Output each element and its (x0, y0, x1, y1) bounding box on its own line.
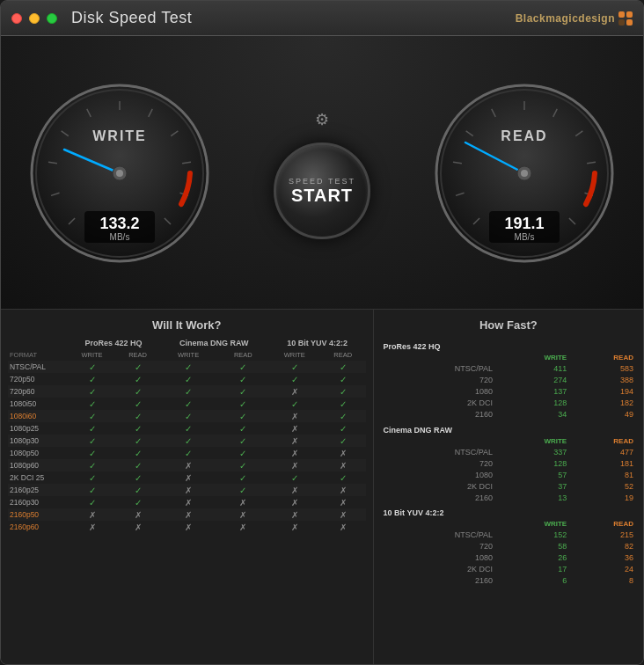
check-cell: ✓ (159, 398, 217, 410)
app-window: Disk Speed Test Blackmagicdesign (0, 0, 644, 665)
row-format-name: 720p50 (8, 373, 68, 385)
check-cell: ✓ (68, 496, 116, 508)
data-section: Will It Work? ProRes 422 HQ Cinema DNG R… (1, 309, 643, 665)
check-cell: ✓ (159, 447, 217, 459)
brand-name: Blackmagicdesign (516, 12, 615, 25)
gauge-section: WRITE 133.2 MB/s ⚙ SPEED TEST START (1, 36, 643, 309)
hf-write-value: 17 (495, 564, 569, 575)
list-item: 720 274 388 (381, 375, 636, 386)
check-cell: ✗ (159, 484, 217, 496)
check-cell: ✗ (269, 496, 320, 508)
hf-col-headers: WRITEREAD (381, 353, 636, 363)
hf-col-headers: WRITEREAD (381, 435, 636, 446)
list-item: 1080 26 36 (381, 552, 636, 564)
row-format-name: 1080p30 (8, 435, 68, 447)
hf-row-label: 2K DCI (381, 564, 496, 575)
title-bar-left: Disk Speed Test (11, 9, 192, 27)
check-cell: ✓ (116, 471, 159, 484)
hf-read-value: 182 (569, 398, 636, 409)
check-cell: ✓ (320, 398, 366, 410)
check-cell: ✓ (217, 422, 268, 435)
how-fast-table: ProRes 422 HQWRITEREAD NTSC/PAL 411 583 … (381, 337, 636, 587)
title-bar: Disk Speed Test Blackmagicdesign (1, 1, 643, 36)
hf-row-label: 1080 (381, 552, 496, 564)
check-cell: ✓ (68, 398, 116, 410)
yuv-group-header: 10 Bit YUV 4:2:2 (269, 337, 366, 349)
check-cell: ✓ (116, 398, 159, 410)
check-cell: ✗ (217, 496, 268, 508)
brand-dot-2 (626, 11, 633, 18)
check-cell: ✓ (217, 484, 268, 496)
check-cell: ✗ (269, 459, 320, 471)
hf-read-value: 52 (569, 480, 636, 492)
table-row: 2160p50✗✗✗✗✗✗ (8, 508, 366, 521)
check-cell: ✗ (159, 521, 217, 533)
table-row: 2160p25✓✓✗✓✗✗ (8, 484, 366, 496)
svg-text:MB/s: MB/s (515, 232, 535, 242)
check-cell: ✓ (269, 373, 320, 385)
check-cell: ✓ (159, 385, 217, 398)
check-cell: ✗ (159, 459, 217, 471)
check-cell: ✓ (217, 385, 268, 398)
row-format-name: 1080i60 (8, 410, 68, 422)
read-col-header: READ (569, 435, 636, 446)
brand-dot-1 (618, 11, 625, 18)
check-cell: ✗ (116, 508, 159, 521)
table-row: 720p60✓✓✓✓✗✓ (8, 385, 366, 398)
check-cell: ✓ (217, 447, 268, 459)
hf-write-value: 26 (495, 552, 569, 564)
brand-dot-4 (626, 19, 633, 26)
format-label: FORMAT (8, 349, 68, 361)
check-cell: ✓ (68, 373, 116, 385)
check-cell: ✓ (217, 471, 268, 484)
write-col-header: WRITE (495, 353, 569, 363)
start-button[interactable]: SPEED TEST START (274, 142, 370, 239)
hf-write-value: 337 (495, 446, 569, 457)
check-cell: ✓ (68, 447, 116, 459)
table-row: 1080p25✓✓✓✓✗✓ (8, 422, 366, 435)
brand-dot-3 (618, 19, 625, 26)
list-item: 2K DCI 17 24 (381, 564, 636, 575)
check-cell: ✗ (116, 521, 159, 533)
close-button[interactable] (11, 13, 22, 24)
check-cell: ✓ (320, 385, 366, 398)
hf-group-name: 10 Bit YUV 4:2:2 (381, 503, 636, 519)
check-cell: ✓ (217, 398, 268, 410)
check-cell: ✓ (116, 484, 159, 496)
read-col-header: READ (569, 519, 636, 530)
list-item: 1080 57 81 (381, 469, 636, 480)
check-cell: ✗ (159, 496, 217, 508)
hf-row-label: 720 (381, 375, 496, 386)
svg-point-38 (521, 170, 528, 177)
list-item: 720 58 82 (381, 541, 636, 552)
hf-write-value: 6 (495, 575, 569, 587)
cinema-group-header: Cinema DNG RAW (159, 337, 269, 349)
check-cell: ✓ (320, 435, 366, 447)
hf-row-label: 2160 (381, 575, 496, 587)
svg-text:READ: READ (501, 128, 547, 143)
table-row: 1080p50✓✓✓✓✗✗ (8, 447, 366, 459)
check-cell: ✗ (320, 496, 366, 508)
read-gauge-svg: READ 191.1 MB/s (432, 81, 617, 266)
hf-write-value: 128 (495, 398, 569, 409)
minimize-button[interactable] (29, 13, 40, 24)
check-cell: ✓ (320, 471, 366, 484)
hf-write-value: 13 (495, 492, 569, 503)
hf-group-header: 10 Bit YUV 4:2:2 (381, 503, 636, 519)
hf-read-value: 82 (569, 541, 636, 552)
row-format-name: 1080p50 (8, 447, 68, 459)
hf-group-header: Cinema DNG RAW (381, 420, 636, 436)
check-cell: ✗ (269, 422, 320, 435)
check-cell: ✗ (269, 447, 320, 459)
hf-read-value: 181 (569, 457, 636, 469)
check-cell: ✗ (159, 471, 217, 484)
list-item: NTSC/PAL 152 215 (381, 530, 636, 541)
hf-read-value: 36 (569, 552, 636, 564)
settings-icon[interactable]: ⚙ (315, 110, 329, 129)
hf-group-name: ProRes 422 HQ (381, 337, 636, 353)
maximize-button[interactable] (47, 13, 57, 24)
will-it-work-panel: Will It Work? ProRes 422 HQ Cinema DNG R… (1, 310, 374, 665)
brand-logo: Blackmagicdesign (516, 11, 633, 26)
check-cell: ✗ (68, 521, 116, 533)
check-cell: ✗ (217, 521, 268, 533)
